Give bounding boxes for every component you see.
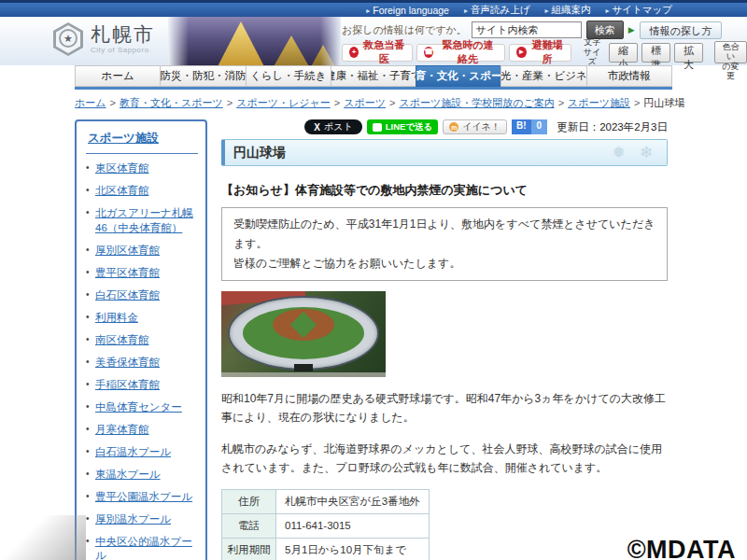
banner-fade: [320, 17, 341, 65]
stadium-aerial-photo: [221, 291, 386, 377]
hatena-icon: B!: [512, 119, 531, 134]
emergency-contact-button[interactable]: ☎ 緊急時の連絡先: [416, 44, 505, 62]
breadcrumb-link[interactable]: 教育・文化・スポーツ: [120, 97, 223, 108]
evacuation-site-button[interactable]: ► 避難場所: [509, 44, 571, 62]
breadcrumb-link[interactable]: スポーツ施設: [568, 97, 630, 108]
scoreboard-graphic: [294, 364, 313, 371]
sidebar-link[interactable]: 美香保体育館: [95, 357, 160, 368]
sidebar-item: 中央区公的温水プール: [86, 535, 198, 560]
sidebar-item: 厚別温水プール: [86, 512, 198, 527]
breadcrumb-link[interactable]: スポーツ施設・学校開放のご案内: [399, 97, 554, 108]
sidebar-link[interactable]: 月寒体育館: [95, 424, 149, 435]
tab-home[interactable]: ホーム: [75, 65, 160, 87]
page-title-bar: 円山球場 ❅ ❄: [221, 139, 668, 166]
sidebar-link[interactable]: 利用料金: [95, 312, 138, 323]
search-input[interactable]: [472, 21, 582, 38]
line-share-button[interactable]: LINEで送る: [367, 119, 439, 134]
sidebar-item: 美香保体育館: [86, 356, 198, 371]
sidebar-item: 南区体育館: [86, 333, 198, 348]
text-to-speech-link[interactable]: ▸音声読み上げ: [464, 4, 530, 17]
sidebar-item: 豊平区体育館: [86, 266, 198, 281]
tab-living[interactable]: くらし・手続き: [246, 65, 331, 87]
sidebar-link[interactable]: 手稲区体育館: [95, 379, 160, 390]
sidebar-sports-facilities: スポーツ施設 東区体育館 北区体育館 北ガスアリーナ札幌46（中央体育館） 厚別…: [75, 119, 207, 560]
sidebar-item: 東区体育館: [86, 161, 198, 176]
road-graphic: [221, 372, 386, 377]
updated-date: 更新日：2023年2月3日: [557, 120, 668, 134]
sidebar-link[interactable]: 白石温水プール: [95, 446, 171, 457]
font-size-label: 文字 サイズ: [581, 37, 602, 66]
breadcrumb-link[interactable]: スポーツ・レジャー: [236, 97, 331, 108]
breadcrumb-link[interactable]: ホーム: [75, 97, 106, 108]
sidebar-item: 利用料金: [86, 311, 198, 326]
breadcrumb-link[interactable]: スポーツ: [344, 97, 386, 108]
arrow-icon: ▸: [366, 7, 370, 15]
sidebar-item: 北区体育館: [86, 184, 198, 199]
facility-info-table: 住所 札幌市中央区宮が丘3番地外 電話 011-641-3015 利用期間 5月…: [221, 489, 430, 560]
search-button[interactable]: 検索: [586, 21, 624, 39]
header-tools-row: + 救急当番医 ☎ 緊急時の連絡先 ► 避難場所 文字 サイズ 縮小 標準 拡大…: [342, 41, 747, 63]
green-arrow-icon: ▶: [628, 25, 635, 35]
hatena-count: 0: [531, 119, 548, 134]
sidebar-link[interactable]: 東温水プール: [95, 469, 161, 480]
mixi-icon: m: [449, 122, 458, 132]
tab-city-info[interactable]: 市政情報: [586, 65, 672, 87]
emergency-cross-icon: +: [349, 47, 359, 58]
notice-line: 皆様のご理解とご協力をお願いいたします。: [233, 254, 655, 273]
sidebar-link[interactable]: 厚別温水プール: [95, 513, 171, 525]
table-row: 住所 札幌市中央区宮が丘3番地外: [222, 489, 430, 513]
find-info-button[interactable]: 情報の探し方: [640, 21, 723, 39]
tab-disaster[interactable]: 防災・防犯・消防: [160, 65, 245, 87]
page-title: 円山球場: [225, 145, 286, 161]
arrow-icon: ▸: [464, 7, 468, 15]
sidebar-link[interactable]: 北区体育館: [95, 185, 149, 196]
nav-underline: [75, 87, 672, 90]
font-size-standard-button[interactable]: 標準: [641, 43, 670, 63]
sidebar-link[interactable]: 豊平公園温水プール: [95, 491, 192, 502]
info-value: 5月1日から10月下旬まで: [276, 538, 430, 560]
sidebar-item: 月寒体育館: [86, 423, 198, 438]
x-logo-icon: X: [314, 122, 320, 133]
breadcrumb: ホーム>教育・文化・スポーツ>スポーツ・レジャー>スポーツ>スポーツ施設・学校開…: [75, 96, 710, 110]
info-label: 住所: [222, 489, 276, 513]
sidebar-link[interactable]: 北ガスアリーナ札幌46（中央体育館）: [95, 207, 193, 233]
tab-tourism-business[interactable]: 観光・産業・ビジネス: [500, 65, 585, 87]
sitemap-link[interactable]: ▸サイトマップ: [606, 4, 673, 17]
font-size-small-button[interactable]: 縮小: [609, 43, 638, 63]
sapporo-emblem-icon: ★: [53, 22, 83, 56]
hatena-bookmark-button[interactable]: B! 0: [512, 119, 547, 134]
global-nav: ホーム 防災・防犯・消防 くらし・手続き 健康・福祉・子育て 教育・文化・スポー…: [75, 65, 672, 87]
watermark: ©MDATA: [627, 536, 736, 560]
top-utility-links: ▸Foreign language ▸音声読み上げ ▸組織案内 ▸サイトマップ: [366, 4, 672, 17]
color-scheme-button[interactable]: 色合い の変更: [714, 41, 747, 63]
info-value: 札幌市中央区宮が丘3番地外: [276, 489, 430, 513]
foreign-language-link[interactable]: ▸Foreign language: [366, 4, 449, 17]
sidebar-link[interactable]: 東区体育館: [95, 162, 149, 174]
notice-box: 受動喫煙防止のため、平成31年1月1日より、敷地内をすべて禁煙とさせていただきま…: [221, 207, 668, 281]
sidebar-item: 白石温水プール: [86, 445, 198, 460]
sidebar-link[interactable]: 白石区体育館: [95, 289, 160, 301]
table-row: 電話 011-641-3015: [222, 513, 430, 538]
sidebar-title-link[interactable]: スポーツ施設: [88, 131, 159, 147]
tab-education-culture-sports[interactable]: 教育・文化・スポーツ: [416, 65, 500, 87]
organization-link[interactable]: ▸組織案内: [544, 4, 590, 17]
info-label: 利用期間: [222, 538, 276, 560]
sidebar-link[interactable]: 中島体育センター: [95, 401, 182, 413]
christmas-tree-graphic: [211, 21, 271, 65]
x-post-button[interactable]: X ポスト: [304, 119, 361, 134]
sidebar-link[interactable]: 南区体育館: [95, 334, 149, 345]
logo-subtitle: City of Sapporo: [91, 46, 155, 54]
banner-fade: [168, 17, 189, 65]
font-size-large-button[interactable]: 拡大: [674, 43, 703, 63]
mixi-like-button[interactable]: m イイネ！: [443, 119, 507, 134]
site-header: ★ 札幌市 City of Sapporo お探しの情報は何ですか。 検索 ▶ …: [0, 17, 747, 65]
emergency-doctor-button[interactable]: + 救急当番医: [342, 44, 413, 62]
sidebar-link[interactable]: 豊平区体育館: [95, 267, 160, 278]
sidebar-link[interactable]: 厚別区体育館: [95, 245, 160, 256]
sidebar-item: 北ガスアリーナ札幌46（中央体育館）: [86, 206, 198, 235]
body-paragraph: 昭和10年7月に開場の歴史ある硬式野球場です。昭和47年から3ヵ年をかけての大改…: [221, 389, 668, 427]
share-row: X ポスト LINEで送る m イイネ！ B! 0 更新日：2023年2月3日: [221, 119, 668, 134]
tab-health[interactable]: 健康・福祉・子育て: [331, 65, 416, 87]
sapporo-city-logo[interactable]: ★ 札幌市 City of Sapporo: [53, 22, 155, 56]
sidebar-link[interactable]: 中央区公的温水プール: [95, 536, 192, 560]
